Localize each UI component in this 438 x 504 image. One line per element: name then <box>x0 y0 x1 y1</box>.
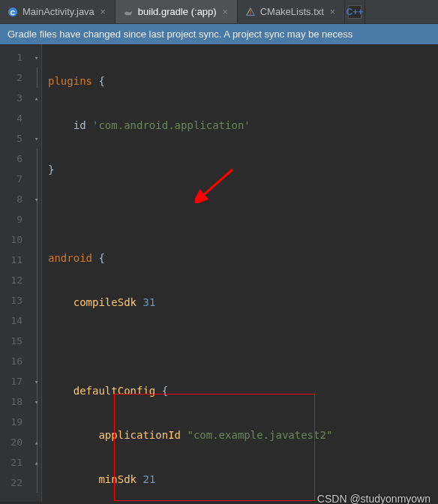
tab-mainactivity[interactable]: C MainActivity.java × <box>0 0 116 23</box>
cpp-icon: C++ <box>348 5 362 19</box>
fold-icon[interactable]: ▾ <box>34 55 40 61</box>
code-editor[interactable]: 1 2 3 4 5 6 7 8 9 10 11 12 13 14 15 16 1… <box>0 44 438 502</box>
tab-label: CMakeLists.txt <box>260 6 324 17</box>
tab-overflow[interactable]: C++ <box>345 0 365 23</box>
tab-cmakelists[interactable]: CMakeLists.txt × <box>238 0 345 23</box>
svg-text:C: C <box>10 8 16 16</box>
editor-tabs: C MainActivity.java × build.gradle (:app… <box>0 0 438 24</box>
close-icon[interactable]: × <box>99 7 107 17</box>
gradle-icon <box>123 7 134 17</box>
java-class-icon: C <box>8 7 18 17</box>
tab-label: build.gradle (:app) <box>138 6 217 17</box>
fold-icon[interactable]: ▾ <box>34 379 40 385</box>
sync-notification[interactable]: Gradle files have changed since last pro… <box>0 24 438 44</box>
fold-icon[interactable]: ▾ <box>34 196 40 202</box>
notification-text: Gradle files have changed since last pro… <box>8 28 352 40</box>
fold-end-icon[interactable]: ▴ <box>34 95 40 101</box>
cmake-icon <box>245 7 256 17</box>
tab-label: MainActivity.java <box>22 6 94 17</box>
fold-icon[interactable]: ▾ <box>34 136 40 142</box>
close-icon[interactable]: × <box>221 7 230 17</box>
fold-end-icon[interactable]: ▴ <box>34 440 40 446</box>
watermark: CSDN @studyonmyown <box>317 493 430 504</box>
tab-build-gradle[interactable]: build.gradle (:app) × <box>116 0 238 23</box>
fold-end-icon[interactable]: ▴ <box>34 460 40 466</box>
fold-icon[interactable]: ▾ <box>34 399 40 405</box>
close-icon[interactable]: × <box>328 7 337 17</box>
code-content[interactable]: plugins { id 'com.android.application' }… <box>42 44 370 502</box>
line-numbers: 1 2 3 4 5 6 7 8 9 10 11 12 13 14 15 16 1… <box>0 44 33 502</box>
fold-gutter: ▾ ▴ ▾ ▾ ▾ ▾ ▴ ▴ <box>33 44 42 502</box>
